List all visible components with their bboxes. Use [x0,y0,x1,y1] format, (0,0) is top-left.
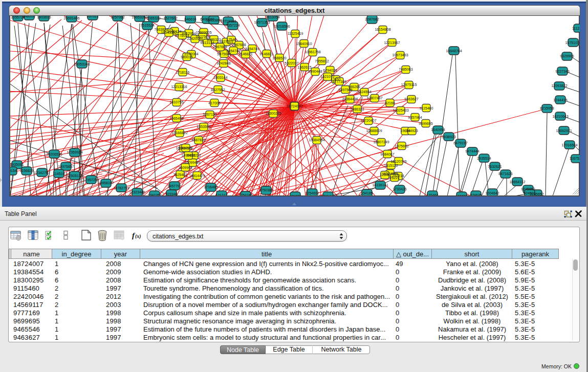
svg-text:1004678: 1004678 [179,146,192,150]
svg-text:8990448: 8990448 [308,70,322,73]
svg-text:1935061: 1935061 [10,163,24,166]
svg-text:12505135: 12505135 [67,174,82,178]
svg-text:2718116: 2718116 [176,71,190,74]
svg-text:7986322: 7986322 [350,107,364,111]
svg-text:9245652: 9245652 [521,187,535,191]
svg-text:8587832: 8587832 [191,138,205,142]
svg-text:1092253: 1092253 [147,193,161,195]
svg-text:9242848: 9242848 [216,61,230,65]
svg-text:9777169: 9777169 [332,80,346,83]
svg-text:7625402: 7625402 [173,173,187,177]
svg-text:15692971: 15692971 [556,129,572,133]
svg-text:20364436: 20364436 [342,97,358,101]
svg-text:16099489: 16099489 [184,161,200,164]
svg-text:3267130: 3267130 [203,113,216,116]
svg-text:1810755: 1810755 [169,100,183,104]
svg-text:9227343: 9227343 [555,70,569,73]
svg-text:130258: 130258 [455,194,467,195]
svg-text:5322037: 5322037 [285,61,298,65]
svg-text:10654112: 10654112 [510,180,526,184]
svg-text:14136141: 14136141 [372,183,388,187]
svg-text:1065320: 1065320 [146,16,160,20]
svg-text:2803144: 2803144 [213,76,227,79]
svg-text:1750385: 1750385 [259,188,273,192]
svg-text:15720407: 15720407 [360,119,376,122]
svg-text:12213967: 12213967 [384,41,400,45]
svg-text:1615132: 1615132 [384,164,398,167]
svg-text:10975857: 10975857 [58,165,74,168]
svg-text:924501: 924501 [524,191,535,195]
svg-text:154185: 154185 [361,191,373,195]
svg-text:1257062: 1257062 [111,16,124,19]
svg-text:10653267: 10653267 [132,16,147,19]
svg-text:6794028: 6794028 [323,69,337,72]
svg-text:16571355: 16571355 [254,20,270,24]
svg-text:11325419: 11325419 [288,32,303,35]
svg-text:1112254: 1112254 [572,27,580,30]
svg-text:9457791: 9457791 [167,184,181,188]
svg-text:1499822: 1499822 [181,154,195,157]
svg-text:9699695: 9699695 [419,122,432,125]
svg-text:20206535: 20206535 [46,152,62,156]
svg-text:12093822: 12093822 [551,84,567,87]
svg-text:(x): (x) [135,233,141,239]
svg-text:171717: 171717 [215,193,227,195]
svg-text:17016504: 17016504 [561,143,577,147]
svg-text:39154: 39154 [10,169,17,172]
svg-text:12323446: 12323446 [129,190,145,194]
svg-text:7955812: 7955812 [315,59,329,63]
svg-text:170464: 170464 [426,193,438,195]
svg-text:12342757: 12342757 [34,171,50,174]
svg-text:10719185: 10719185 [220,19,236,23]
svg-text:16914479: 16914479 [189,174,205,178]
svg-text:17359924: 17359924 [67,150,82,154]
svg-text:15640910: 15640910 [296,42,312,46]
svg-text:1791447: 1791447 [321,194,335,195]
svg-text:10958107: 10958107 [98,181,114,185]
svg-text:9474444: 9474444 [465,149,479,153]
svg-text:2087682: 2087682 [365,17,379,21]
svg-text:18300295: 18300295 [265,112,281,115]
svg-text:10688609: 10688609 [366,129,382,133]
svg-text:10807487: 10807487 [366,96,382,100]
svg-text:1903616: 1903616 [37,16,51,19]
svg-text:1609948: 1609948 [178,166,192,169]
svg-text:937021: 937021 [86,16,98,18]
svg-text:9115460: 9115460 [420,106,433,110]
svg-text:9329906: 9329906 [560,54,574,58]
svg-text:8454749: 8454749 [245,47,259,51]
svg-text:3624554: 3624554 [357,90,371,94]
svg-text:1004642: 1004642 [485,191,499,195]
svg-text:5875685: 5875685 [217,52,231,56]
svg-text:8471626: 8471626 [498,172,512,176]
svg-text:62160: 62160 [385,101,395,105]
svg-text:18807249: 18807249 [373,140,389,144]
svg-text:15751074: 15751074 [565,41,580,45]
svg-text:417006: 417006 [208,101,220,105]
svg-text:9146821: 9146821 [259,52,273,56]
svg-text:12213316: 12213316 [171,85,187,89]
svg-text:1640954: 1640954 [431,128,445,132]
svg-text:1254602: 1254602 [305,191,319,195]
svg-text:2967608: 2967608 [232,43,246,47]
svg-text:3716485: 3716485 [204,185,217,189]
svg-text:16210643: 16210643 [552,115,568,118]
svg-text:7357224: 7357224 [226,24,239,27]
svg-text:5938923: 5938923 [442,135,455,139]
svg-text:12546: 12546 [380,173,390,177]
svg-text:6497568: 6497568 [338,88,352,92]
svg-text:12975115: 12975115 [401,83,417,86]
svg-text:10025433: 10025433 [393,108,408,112]
svg-text:646616: 646616 [184,17,196,21]
svg-text:114519: 114519 [53,172,65,176]
svg-text:19218506: 19218506 [274,25,290,28]
svg-text:16782759: 16782759 [113,186,129,190]
svg-text:16033809: 16033809 [206,18,222,22]
svg-text:9146821: 9146821 [238,52,252,56]
svg-text:18724007: 18724007 [287,104,302,108]
svg-text:1527602: 1527602 [163,16,177,20]
svg-text:22420046: 22420046 [187,37,203,40]
svg-text:19384554: 19384554 [309,138,324,142]
svg-text:1362615: 1362615 [297,65,311,69]
svg-text:25221: 25221 [389,176,400,180]
